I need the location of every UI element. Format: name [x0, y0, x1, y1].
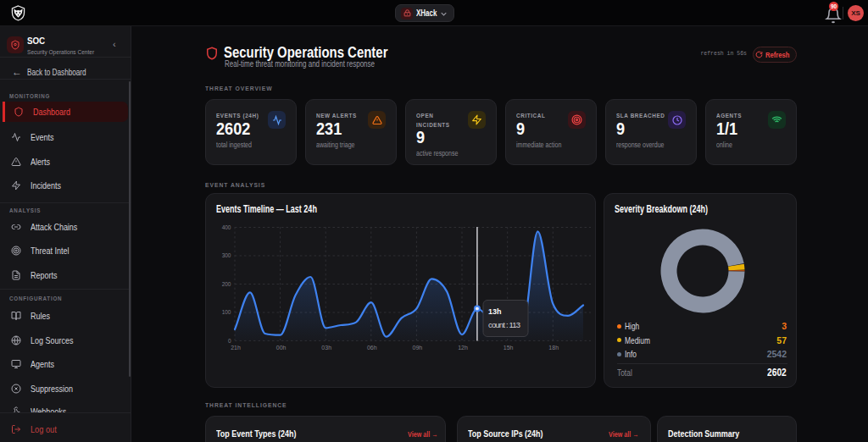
- svg-text:00h: 00h: [276, 345, 287, 351]
- svg-text:12h: 12h: [458, 345, 468, 351]
- svg-text:count : 113: count : 113: [488, 320, 520, 329]
- svg-text:100: 100: [222, 309, 231, 315]
- svg-text:03h: 03h: [321, 345, 331, 351]
- svg-text:400: 400: [222, 224, 231, 230]
- svg-text:0: 0: [228, 338, 231, 344]
- svg-text:200: 200: [222, 281, 231, 287]
- svg-text:300: 300: [222, 252, 231, 258]
- svg-text:18h: 18h: [548, 345, 559, 351]
- svg-text:09h: 09h: [413, 345, 423, 351]
- svg-text:13h: 13h: [488, 307, 502, 316]
- svg-text:06h: 06h: [367, 345, 377, 351]
- svg-text:21h: 21h: [231, 345, 241, 351]
- svg-text:15h: 15h: [504, 345, 514, 351]
